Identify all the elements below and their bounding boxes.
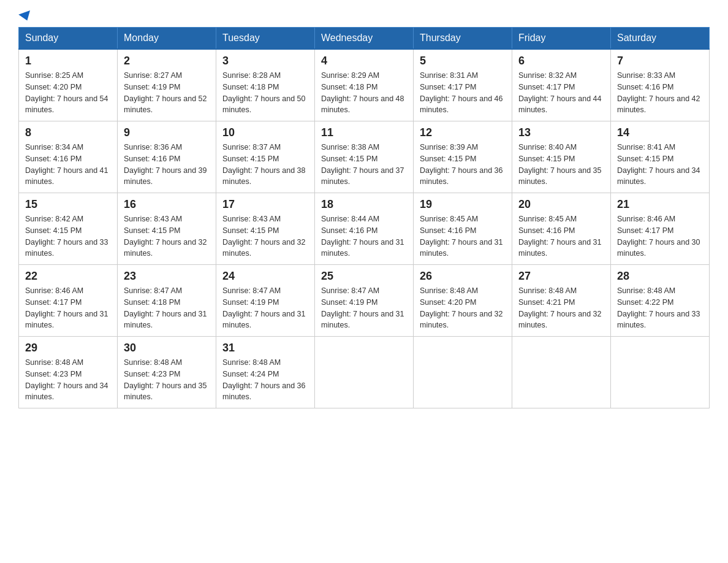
day-number: 18	[321, 198, 407, 211]
calendar-cell: 9Sunrise: 8:36 AMSunset: 4:16 PMDaylight…	[118, 121, 216, 193]
calendar-cell: 8Sunrise: 8:34 AMSunset: 4:16 PMDaylight…	[19, 121, 118, 193]
calendar-cell: 22Sunrise: 8:46 AMSunset: 4:17 PMDayligh…	[19, 265, 118, 337]
day-number: 27	[518, 270, 604, 283]
calendar-cell: 12Sunrise: 8:39 AMSunset: 4:15 PMDayligh…	[414, 121, 512, 193]
calendar-cell: 4Sunrise: 8:29 AMSunset: 4:18 PMDaylight…	[315, 49, 414, 121]
day-number: 29	[25, 342, 111, 354]
weekday-header-friday: Friday	[512, 28, 611, 50]
calendar-cell: 1Sunrise: 8:25 AMSunset: 4:20 PMDaylight…	[19, 49, 118, 121]
calendar-cell: 28Sunrise: 8:48 AMSunset: 4:22 PMDayligh…	[611, 265, 710, 337]
day-info: Sunrise: 8:48 AMSunset: 4:22 PMDaylight:…	[617, 285, 703, 331]
day-info: Sunrise: 8:33 AMSunset: 4:16 PMDaylight:…	[617, 70, 703, 116]
day-info: Sunrise: 8:28 AMSunset: 4:18 PMDaylight:…	[222, 70, 308, 116]
day-number: 11	[321, 126, 407, 139]
day-info: Sunrise: 8:48 AMSunset: 4:23 PMDaylight:…	[124, 357, 210, 403]
day-number: 28	[617, 270, 703, 283]
day-info: Sunrise: 8:47 AMSunset: 4:19 PMDaylight:…	[222, 285, 308, 331]
logo	[18, 12, 32, 21]
day-number: 25	[321, 270, 407, 283]
day-number: 6	[518, 55, 604, 67]
calendar-cell: 26Sunrise: 8:48 AMSunset: 4:20 PMDayligh…	[414, 265, 512, 337]
weekday-header-monday: Monday	[118, 28, 216, 50]
calendar-week-row: 15Sunrise: 8:42 AMSunset: 4:15 PMDayligh…	[19, 193, 710, 265]
day-info: Sunrise: 8:31 AMSunset: 4:17 PMDaylight:…	[420, 70, 506, 116]
day-number: 22	[25, 270, 111, 283]
day-number: 7	[617, 55, 703, 67]
calendar-cell: 5Sunrise: 8:31 AMSunset: 4:17 PMDaylight…	[414, 49, 512, 121]
calendar-cell: 2Sunrise: 8:27 AMSunset: 4:19 PMDaylight…	[118, 49, 216, 121]
day-number: 14	[617, 126, 703, 139]
day-number: 21	[617, 198, 703, 211]
day-info: Sunrise: 8:48 AMSunset: 4:24 PMDaylight:…	[222, 357, 308, 403]
day-number: 2	[124, 55, 210, 67]
day-number: 13	[518, 126, 604, 139]
calendar-cell: 20Sunrise: 8:45 AMSunset: 4:16 PMDayligh…	[512, 193, 611, 265]
day-info: Sunrise: 8:46 AMSunset: 4:17 PMDaylight:…	[25, 285, 111, 331]
day-info: Sunrise: 8:27 AMSunset: 4:19 PMDaylight:…	[124, 70, 210, 116]
calendar-cell: 6Sunrise: 8:32 AMSunset: 4:17 PMDaylight…	[512, 49, 611, 121]
day-number: 20	[518, 198, 604, 211]
day-number: 10	[222, 126, 308, 139]
day-number: 4	[321, 55, 407, 67]
calendar-cell: 11Sunrise: 8:38 AMSunset: 4:15 PMDayligh…	[315, 121, 414, 193]
day-number: 23	[124, 270, 210, 283]
day-info: Sunrise: 8:32 AMSunset: 4:17 PMDaylight:…	[518, 70, 604, 116]
day-info: Sunrise: 8:46 AMSunset: 4:17 PMDaylight:…	[617, 213, 703, 259]
calendar-cell: 18Sunrise: 8:44 AMSunset: 4:16 PMDayligh…	[315, 193, 414, 265]
calendar-cell	[611, 337, 710, 408]
weekday-header-wednesday: Wednesday	[315, 28, 414, 50]
calendar-cell: 17Sunrise: 8:43 AMSunset: 4:15 PMDayligh…	[216, 193, 315, 265]
weekday-header-tuesday: Tuesday	[216, 28, 315, 50]
weekday-header-sunday: Sunday	[19, 28, 118, 50]
calendar-cell: 3Sunrise: 8:28 AMSunset: 4:18 PMDaylight…	[216, 49, 315, 121]
day-number: 12	[420, 126, 506, 139]
calendar-table: SundayMondayTuesdayWednesdayThursdayFrid…	[18, 27, 710, 408]
day-info: Sunrise: 8:48 AMSunset: 4:23 PMDaylight:…	[25, 357, 111, 403]
calendar-cell: 13Sunrise: 8:40 AMSunset: 4:15 PMDayligh…	[512, 121, 611, 193]
day-info: Sunrise: 8:29 AMSunset: 4:18 PMDaylight:…	[321, 70, 407, 116]
calendar-week-row: 29Sunrise: 8:48 AMSunset: 4:23 PMDayligh…	[19, 337, 710, 408]
day-number: 19	[420, 198, 506, 211]
day-info: Sunrise: 8:47 AMSunset: 4:18 PMDaylight:…	[124, 285, 210, 331]
day-info: Sunrise: 8:39 AMSunset: 4:15 PMDaylight:…	[420, 142, 506, 188]
day-number: 24	[222, 270, 308, 283]
calendar-cell: 23Sunrise: 8:47 AMSunset: 4:18 PMDayligh…	[118, 265, 216, 337]
calendar-cell: 10Sunrise: 8:37 AMSunset: 4:15 PMDayligh…	[216, 121, 315, 193]
day-info: Sunrise: 8:44 AMSunset: 4:16 PMDaylight:…	[321, 213, 407, 259]
calendar-week-row: 1Sunrise: 8:25 AMSunset: 4:20 PMDaylight…	[19, 49, 710, 121]
day-info: Sunrise: 8:48 AMSunset: 4:20 PMDaylight:…	[420, 285, 506, 331]
calendar-cell: 19Sunrise: 8:45 AMSunset: 4:16 PMDayligh…	[414, 193, 512, 265]
day-number: 31	[222, 342, 308, 354]
calendar-week-row: 22Sunrise: 8:46 AMSunset: 4:17 PMDayligh…	[19, 265, 710, 337]
day-number: 17	[222, 198, 308, 211]
page-header	[18, 12, 710, 21]
day-info: Sunrise: 8:45 AMSunset: 4:16 PMDaylight:…	[420, 213, 506, 259]
calendar-cell	[414, 337, 512, 408]
day-number: 3	[222, 55, 308, 67]
calendar-cell: 7Sunrise: 8:33 AMSunset: 4:16 PMDaylight…	[611, 49, 710, 121]
day-info: Sunrise: 8:43 AMSunset: 4:15 PMDaylight:…	[124, 213, 210, 259]
day-info: Sunrise: 8:47 AMSunset: 4:19 PMDaylight:…	[321, 285, 407, 331]
day-info: Sunrise: 8:34 AMSunset: 4:16 PMDaylight:…	[25, 142, 111, 188]
calendar-cell: 29Sunrise: 8:48 AMSunset: 4:23 PMDayligh…	[19, 337, 118, 408]
calendar-cell	[512, 337, 611, 408]
weekday-header-thursday: Thursday	[414, 28, 512, 50]
calendar-cell: 31Sunrise: 8:48 AMSunset: 4:24 PMDayligh…	[216, 337, 315, 408]
calendar-cell: 25Sunrise: 8:47 AMSunset: 4:19 PMDayligh…	[315, 265, 414, 337]
calendar-cell: 24Sunrise: 8:47 AMSunset: 4:19 PMDayligh…	[216, 265, 315, 337]
calendar-cell: 30Sunrise: 8:48 AMSunset: 4:23 PMDayligh…	[118, 337, 216, 408]
day-info: Sunrise: 8:48 AMSunset: 4:21 PMDaylight:…	[518, 285, 604, 331]
day-number: 8	[25, 126, 111, 139]
day-info: Sunrise: 8:42 AMSunset: 4:15 PMDaylight:…	[25, 213, 111, 259]
day-info: Sunrise: 8:43 AMSunset: 4:15 PMDaylight:…	[222, 213, 308, 259]
day-number: 5	[420, 55, 506, 67]
day-info: Sunrise: 8:25 AMSunset: 4:20 PMDaylight:…	[25, 70, 111, 116]
weekday-header-saturday: Saturday	[611, 28, 710, 50]
weekday-header-row: SundayMondayTuesdayWednesdayThursdayFrid…	[19, 28, 710, 50]
day-number: 15	[25, 198, 111, 211]
day-number: 16	[124, 198, 210, 211]
calendar-cell: 14Sunrise: 8:41 AMSunset: 4:15 PMDayligh…	[611, 121, 710, 193]
day-number: 26	[420, 270, 506, 283]
day-number: 30	[124, 342, 210, 354]
day-info: Sunrise: 8:36 AMSunset: 4:16 PMDaylight:…	[124, 142, 210, 188]
